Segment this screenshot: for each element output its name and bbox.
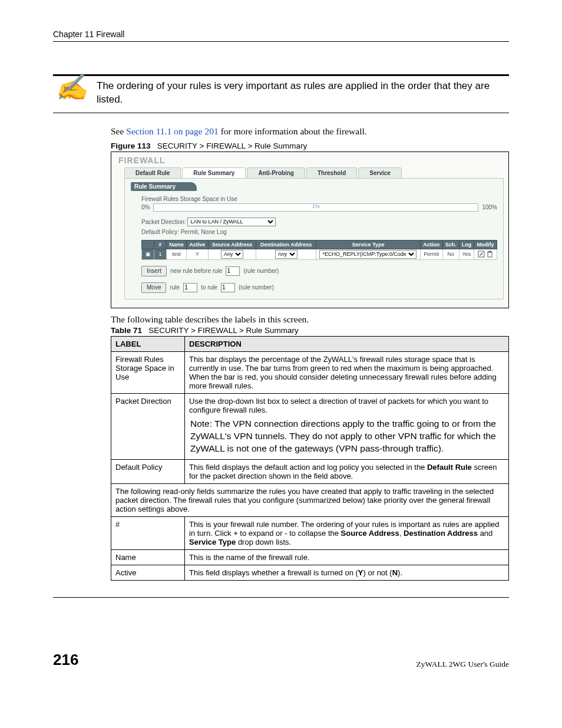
th-label: LABEL (111, 336, 185, 351)
chapter-header: Chapter 11 Firewall (53, 29, 509, 39)
table-row: Packet Direction Use the drop-down list … (111, 393, 509, 459)
t: ) or not ( (363, 568, 392, 577)
svc-select[interactable]: *ECHO_REPLY(ICMP:Type:0/Code:0) (319, 250, 416, 259)
row-num: 1 (154, 249, 167, 259)
row-svc: *ECHO_REPLY(ICMP:Type:0/Code:0) (316, 249, 420, 259)
row-modify (474, 249, 497, 259)
move-from-input[interactable] (183, 283, 197, 292)
tab-threshold[interactable]: Threshold (306, 167, 357, 178)
packet-direction-row: Packet Direction: LAN to LAN / ZyWALL (141, 218, 497, 226)
row-action: Permit (420, 249, 442, 259)
move-text-b: to rule (201, 284, 217, 291)
rules-table: # Name Active Source Address Destination… (141, 240, 497, 260)
cell-label: Firewall Rules Storage Space in Use (111, 351, 185, 393)
note-icon: ✍ (53, 76, 97, 100)
col-sch: Sch. (442, 240, 459, 249)
cell-label: Packet Direction (111, 393, 185, 459)
cell-desc: This field displays the default action a… (185, 459, 509, 483)
table-row: # This is your firewall rule number. The… (111, 516, 509, 549)
header-rule (53, 41, 509, 42)
cell-span: The following read-only fields summarize… (111, 483, 509, 516)
cell-note: Note: The VPN connection directions appl… (189, 414, 504, 456)
row-active: Y (187, 249, 209, 259)
see-post: for more information about the firewall. (219, 126, 367, 136)
col-dst: Destination Address (256, 240, 316, 249)
col-modify: Modify (474, 240, 497, 249)
pbar-left: 0% (141, 204, 150, 210)
col-name: Name (167, 240, 187, 249)
cell-desc-text: Use the drop-down list box to select a d… (189, 397, 488, 414)
col-action: Action (420, 240, 442, 249)
table71-caption: Table 71 SECURITY > FIREWALL > Rule Summ… (111, 326, 509, 335)
table-row: Firewall Rules Storage Space in Use This… (111, 351, 509, 393)
app-title: FIREWALL (116, 154, 504, 167)
cell-label: Default Policy (111, 459, 185, 483)
page-footer: 216 ZyWALL 2WG User's Guide (53, 651, 509, 669)
note-block: ✍ The ordering of your rules is very imp… (53, 74, 509, 113)
figure-caption: Figure 113 SECURITY > FIREWALL > Rule Su… (111, 141, 509, 150)
move-to-input[interactable] (221, 283, 235, 292)
t: and (478, 529, 492, 538)
t: drop down lists. (236, 538, 291, 546)
delete-icon[interactable] (487, 251, 493, 257)
cell-desc: This is your firewall rule number. The o… (185, 516, 509, 549)
col-svc: Service Type (316, 240, 420, 249)
tab-anti-probing[interactable]: Anti-Probing (247, 167, 305, 178)
col-expand[interactable] (142, 240, 154, 249)
default-policy-line: Default Policy: Permit, None Log (141, 229, 497, 235)
table-row: Name This is the name of the firewall ru… (111, 549, 509, 565)
cell-desc: This is the name of the firewall rule. (185, 549, 509, 565)
row-src: Any (208, 249, 256, 259)
packet-direction-select[interactable]: LAN to LAN / ZyWALL (187, 218, 276, 226)
pbar-right: 100% (482, 204, 497, 210)
storage-progress: 0% 1% 100% (141, 203, 497, 212)
screenshot-firewall-rule-summary: FIREWALL Default Rule Rule Summary Anti-… (111, 151, 509, 308)
figure-title: SECURITY > FIREWALL > Rule Summary (157, 141, 308, 150)
table-intro: The following table describes the labels… (111, 314, 509, 325)
insert-text-a: new rule before rule (170, 268, 222, 274)
see-pre: See (111, 126, 126, 136)
move-button[interactable]: Move (141, 282, 166, 293)
note-text: The ordering of your rules is very impor… (97, 76, 509, 113)
t-bold: Source Address (341, 529, 399, 538)
tab-default-rule[interactable]: Default Rule (124, 167, 181, 178)
cell-desc: This field displays whether a firewall i… (185, 565, 509, 580)
t: , (399, 529, 404, 538)
src-select[interactable]: Any (221, 250, 243, 259)
row-dst: Any (256, 249, 316, 259)
table71-title: SECURITY > FIREWALL > Rule Summary (148, 326, 299, 335)
table71: LABEL DESCRIPTION Firewall Rules Storage… (111, 336, 509, 581)
move-row: Move rule to rule (rule number) (141, 282, 497, 293)
insert-button[interactable]: Insert (141, 266, 167, 276)
table-row: Active This field displays whether a fir… (111, 565, 509, 580)
t-bold: N (392, 568, 398, 577)
tab-rule-summary[interactable]: Rule Summary (182, 167, 246, 178)
cell-label: Active (111, 565, 185, 580)
row-expander[interactable]: ▣ (142, 249, 154, 259)
cell-desc: Use the drop-down list box to select a d… (185, 393, 509, 459)
edit-icon[interactable] (478, 251, 485, 257)
insert-rule-number-input[interactable] (226, 266, 240, 276)
col-active: Active (187, 240, 209, 249)
move-text-a: rule (170, 284, 180, 291)
col-src: Source Address (208, 240, 256, 249)
pbar-mid: 1% (312, 203, 320, 209)
pbar-track: 1% (153, 203, 478, 212)
table-row: Default Policy This field displays the d… (111, 459, 509, 483)
t: This field displays whether a firewall i… (189, 568, 358, 577)
row-sch: No (442, 249, 459, 259)
col-num: # (154, 240, 167, 249)
dst-select[interactable]: Any (275, 250, 297, 259)
tab-service[interactable]: Service (358, 167, 402, 178)
xref-link[interactable]: Section 11.1 on page 201 (126, 126, 219, 136)
figure-label: Figure 113 (111, 141, 151, 150)
packet-direction-label: Packet Direction: (141, 218, 186, 225)
guide-name: ZyWALL 2WG User's Guide (416, 660, 509, 669)
insert-row: Insert new rule before rule (rule number… (141, 266, 497, 276)
panel: Rule Summary Firewall Rules Storage Spac… (124, 178, 504, 299)
t: ). (398, 568, 402, 577)
page-number: 216 (53, 651, 78, 669)
footer-rule (53, 597, 509, 598)
t-bold: Service Type (189, 538, 236, 546)
table-row: ▣ 1 test Y Any Any *ECHO_REPLY(ICMP:Type… (142, 249, 497, 259)
